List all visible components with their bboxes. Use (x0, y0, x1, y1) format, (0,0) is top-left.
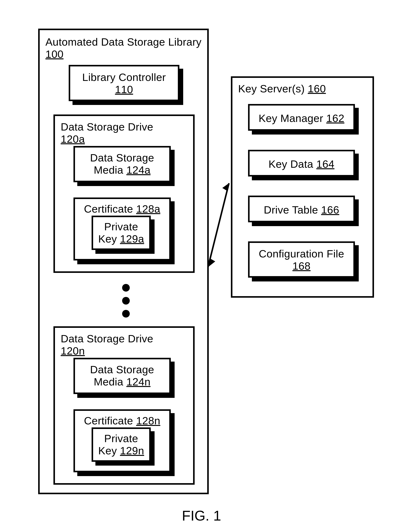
drive-a-title: Data Storage Drive (61, 121, 187, 133)
drive-n-media-l1: Data Storage (75, 363, 169, 376)
drive-n-title: Data Storage Drive (61, 333, 187, 345)
drive-n-key-l1: Private (93, 432, 149, 445)
config-file-label: Configuration File (250, 248, 353, 260)
svg-line-0 (208, 183, 229, 267)
drive-n-key-l2: Key 129n (93, 445, 149, 457)
bidirectional-arrow-icon (206, 181, 231, 269)
drive-a-key-box: Private Key 129a (92, 216, 151, 250)
config-file-box: Configuration File 168 (248, 241, 355, 278)
drive-a-key-l2: Key 129a (93, 233, 149, 245)
drive-table-box: Drive Table 166 (248, 196, 355, 222)
drive-a-media-box: Data Storage Media 124a (74, 146, 171, 182)
drive-n-cert-label: Certificate 128n (75, 415, 169, 427)
drive-n-media-l2: Media 124n (75, 376, 169, 388)
keyserver-title: Key Server(s) 160 (238, 83, 367, 95)
library-controller-ref: 110 (70, 83, 178, 95)
drive-n-key-box: Private Key 129n (92, 427, 151, 462)
drive-a-media-l2: Media 124a (75, 164, 169, 176)
figure-caption: FIG. 1 (0, 507, 403, 524)
key-data-box: Key Data 164 (248, 150, 355, 177)
ellipsis-dots (122, 279, 130, 323)
drive-a-key-l1: Private (93, 221, 149, 233)
drive-a-cert-label: Certificate 128a (75, 203, 169, 215)
drive-a-ref: 120a (61, 133, 187, 145)
key-manager-label: Key Manager 162 (250, 112, 353, 124)
library-controller-label: Library Controller (70, 71, 178, 83)
drive-n-media-box: Data Storage Media 124n (74, 358, 171, 394)
library-title: Automated Data Storage Library (45, 36, 202, 48)
config-file-ref: 168 (250, 260, 353, 272)
key-manager-box: Key Manager 162 (248, 104, 355, 131)
drive-table-label: Drive Table 166 (250, 204, 353, 216)
library-ref: 100 (45, 48, 202, 60)
drive-a-media-l1: Data Storage (75, 152, 169, 164)
key-data-label: Key Data 164 (250, 158, 353, 170)
library-controller-box: Library Controller 110 (69, 65, 179, 101)
drive-n-ref: 120n (61, 345, 187, 357)
